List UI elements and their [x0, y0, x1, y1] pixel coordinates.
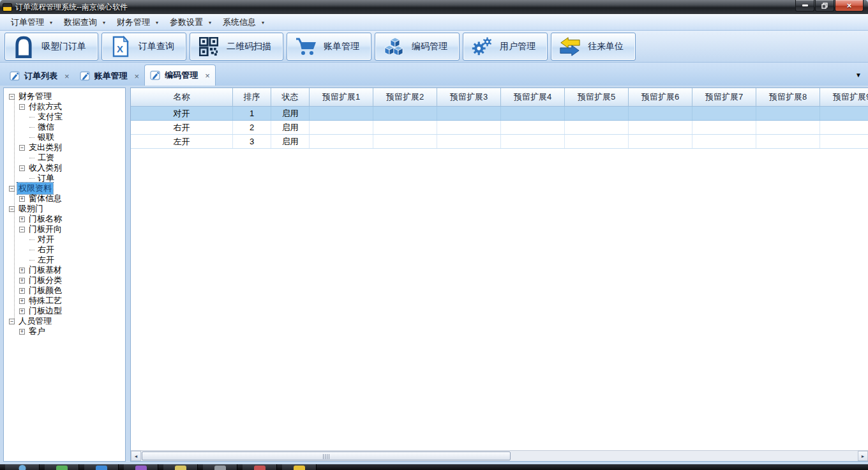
- tab-close-icon[interactable]: ×: [64, 72, 70, 81]
- taskbar-item-5[interactable]: [163, 464, 198, 470]
- expand-icon[interactable]: +: [19, 268, 25, 273]
- tree-item-9[interactable]: 订单: [4, 173, 125, 183]
- menu-item-label: 参数设置: [170, 17, 203, 28]
- expand-icon[interactable]: +: [19, 329, 25, 335]
- tree-item-17[interactable]: 左开: [4, 255, 125, 265]
- table-cell: [565, 107, 629, 120]
- toolbar-button-7[interactable]: 往来单位: [551, 33, 636, 61]
- tab-2[interactable]: 账单管理×: [75, 66, 145, 86]
- tab-label: 订单列表: [24, 70, 57, 82]
- menu-item-3[interactable]: 财务管理▾: [111, 15, 164, 30]
- tree-item-7[interactable]: 工资: [4, 153, 125, 163]
- tab-overflow-button[interactable]: ▼: [855, 72, 862, 79]
- collapse-icon[interactable]: −: [19, 104, 25, 110]
- column-header-11[interactable]: 预留扩展8: [756, 88, 820, 106]
- tab-close-icon[interactable]: ×: [135, 72, 140, 81]
- tree-item-12[interactable]: −吸朔门: [4, 204, 125, 214]
- table-cell: [373, 121, 437, 134]
- taskbar-item-3[interactable]: [84, 464, 119, 470]
- expand-icon[interactable]: +: [19, 216, 25, 222]
- collapse-icon[interactable]: −: [19, 227, 25, 232]
- scroll-left-arrow-icon[interactable]: ◄: [131, 451, 141, 461]
- collapse-icon[interactable]: −: [19, 165, 25, 171]
- taskbar-item-8[interactable]: [282, 464, 317, 470]
- tree-item-20[interactable]: +门板颜色: [4, 285, 125, 296]
- gears-icon: [471, 35, 493, 58]
- tree-item-18[interactable]: +门板基材: [4, 265, 125, 275]
- tree-item-8[interactable]: −收入类别: [4, 163, 125, 173]
- expand-icon[interactable]: +: [19, 288, 25, 294]
- table-row-3[interactable]: 左开3启用: [131, 135, 868, 149]
- column-header-8[interactable]: 预留扩展5: [565, 88, 629, 106]
- blue-app-icon: [96, 466, 107, 470]
- close-button[interactable]: ×: [835, 0, 864, 11]
- toolbar-button-4[interactable]: 账单管理: [287, 33, 371, 61]
- tree-item-16[interactable]: 右开: [4, 245, 125, 255]
- column-header-4[interactable]: 预留扩展1: [310, 88, 373, 106]
- expand-icon[interactable]: +: [19, 298, 25, 304]
- restore-button[interactable]: [815, 0, 834, 11]
- table-row-1[interactable]: 对开1启用: [131, 107, 868, 121]
- tree-connector: [29, 178, 34, 179]
- tree-item-22[interactable]: +门板边型: [4, 306, 125, 316]
- windows-taskbar[interactable]: [0, 464, 868, 470]
- expand-icon[interactable]: +: [19, 196, 25, 202]
- scroll-right-arrow-icon[interactable]: ►: [858, 451, 868, 461]
- menu-item-4[interactable]: 参数设置▾: [164, 15, 217, 30]
- taskbar-item-4[interactable]: [124, 464, 158, 470]
- tree-item-23[interactable]: −人员管理: [4, 316, 125, 326]
- column-header-7[interactable]: 预留扩展4: [501, 88, 565, 106]
- scrollbar-thumb[interactable]: [142, 451, 511, 460]
- column-header-5[interactable]: 预留扩展2: [373, 88, 437, 106]
- tree-item-13[interactable]: +门板名称: [4, 214, 125, 224]
- toolbar-button-6[interactable]: 用户管理: [463, 33, 548, 61]
- tab-close-icon[interactable]: ×: [205, 71, 210, 80]
- toolbar-button-1[interactable]: 吸塑门订单: [4, 33, 98, 61]
- tree-item-2[interactable]: −付款方式: [4, 102, 125, 112]
- tree-item-5[interactable]: 银联: [4, 132, 125, 142]
- menu-item-1[interactable]: 订单管理▾: [5, 15, 58, 30]
- table-cell: 启用: [271, 121, 310, 134]
- tab-1[interactable]: 订单列表×: [4, 66, 75, 86]
- tree-item-10[interactable]: −权限资料: [4, 183, 125, 193]
- tab-3[interactable]: 编码管理×: [144, 64, 216, 86]
- tree-item-24[interactable]: +客户: [4, 326, 125, 337]
- collapse-icon[interactable]: −: [19, 145, 25, 151]
- menu-item-2[interactable]: 数据查询▾: [58, 15, 111, 30]
- content-area: −财务管理−付款方式支付宝微信银联−支出类别工资−收入类别订单−权限资料+窗体信…: [0, 86, 868, 462]
- column-header-1[interactable]: 名称: [131, 88, 233, 106]
- start-orb-icon: [19, 465, 26, 470]
- taskbar-item-2[interactable]: [45, 464, 79, 470]
- toolbar-button-2[interactable]: X 订单查询: [101, 33, 186, 61]
- toolbar-button-3[interactable]: 二维码扫描: [190, 33, 283, 61]
- column-header-12[interactable]: 预留扩展9: [820, 88, 868, 106]
- taskbar-item-7[interactable]: [243, 464, 277, 470]
- expand-icon[interactable]: +: [19, 278, 25, 284]
- column-header-3[interactable]: 状态: [271, 88, 310, 106]
- tree-item-4[interactable]: 微信: [4, 122, 125, 132]
- taskbar-item-6[interactable]: [203, 464, 237, 470]
- column-header-6[interactable]: 预留扩展3: [437, 88, 501, 106]
- edit-icon: [10, 71, 20, 81]
- tree-item-19[interactable]: +门板分类: [4, 275, 125, 285]
- menu-item-5[interactable]: 系统信息▾: [217, 15, 270, 30]
- tree-item-15[interactable]: 对开: [4, 234, 125, 245]
- toolbar-button-5[interactable]: 编码管理: [375, 33, 460, 61]
- tree-item-1[interactable]: −财务管理: [4, 91, 125, 102]
- title-bar: 订单流程管理系统--南京倾心软件 ×: [0, 0, 868, 14]
- column-header-2[interactable]: 排序: [233, 88, 271, 106]
- expand-icon[interactable]: +: [19, 308, 25, 314]
- table-row-2[interactable]: 右开2启用: [131, 121, 868, 135]
- tree-item-11[interactable]: +窗体信息: [4, 193, 125, 204]
- table-cell: [692, 121, 756, 134]
- tree-item-21[interactable]: +特殊工艺: [4, 296, 125, 306]
- table-body: 对开1启用右开2启用左开3启用: [131, 107, 868, 149]
- minimize-button[interactable]: [795, 0, 814, 11]
- taskbar-item-1[interactable]: [5, 464, 40, 470]
- tree-item-14[interactable]: −门板开向: [4, 224, 125, 234]
- column-header-9[interactable]: 预留扩展6: [629, 88, 692, 106]
- horizontal-scrollbar[interactable]: ◄ ►: [131, 450, 868, 461]
- tree-item-3[interactable]: 支付宝: [4, 112, 125, 122]
- tree-item-6[interactable]: −支出类别: [4, 142, 125, 153]
- column-header-10[interactable]: 预留扩展7: [692, 88, 756, 106]
